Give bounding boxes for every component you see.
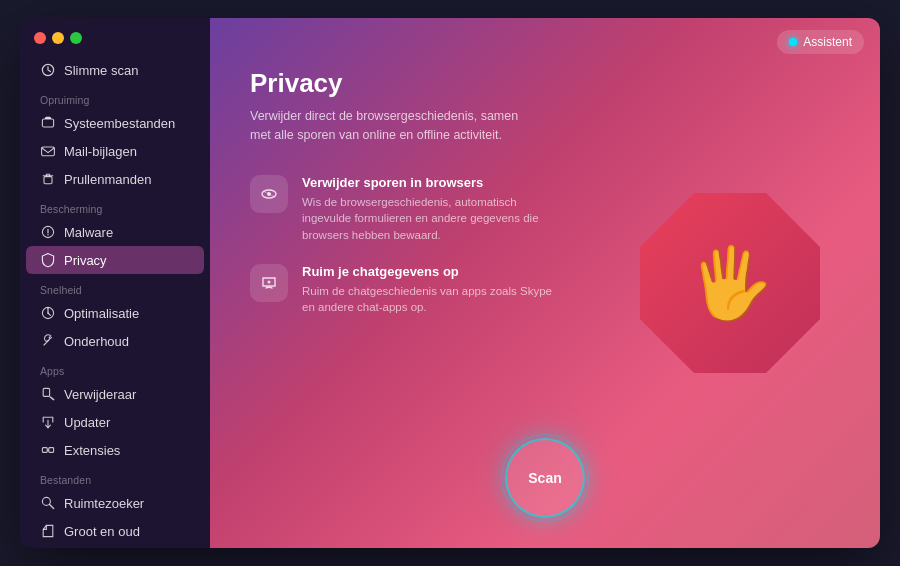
shield-octagon: 🖐 [640,193,820,373]
sidebar-item-shredder[interactable]: Versnipperaar [26,545,204,548]
svg-point-26 [268,280,271,283]
optimization-icon [40,305,56,321]
sidebar-item-updater[interactable]: Updater [26,408,204,436]
trash-label: Prullenmanden [64,172,151,187]
system-files-label: Systeembestanden [64,116,175,131]
svg-rect-10 [43,388,49,396]
sidebar-item-space-finder[interactable]: Ruimtezoeker [26,489,204,517]
page-subtitle: Verwijder direct de browsergeschiedenis,… [250,107,530,145]
malware-label: Malware [64,225,113,240]
feature-browser-traces-desc: Wis de browsergeschiedenis, automatisch … [302,194,562,244]
sidebar-item-system-files[interactable]: Systeembestanden [26,109,204,137]
svg-rect-1 [42,119,53,127]
updater-icon [40,414,56,430]
svg-rect-14 [49,448,54,453]
sidebar-item-uninstaller[interactable]: Verwijderaar [26,380,204,408]
sidebar-item-trash[interactable]: Prullenmanden [26,165,204,193]
minimize-button[interactable] [52,32,64,44]
sidebar-item-malware[interactable]: Malware [26,218,204,246]
svg-rect-2 [42,147,55,156]
sidebar-item-large-old[interactable]: Groot en oud [26,517,204,545]
sidebar-item-maintenance[interactable]: Onderhoud [26,327,204,355]
sidebar-sections: OpruimingSysteembestandenMail-bijlagenPr… [20,84,210,548]
svg-line-25 [263,191,275,197]
sidebar-item-optimization[interactable]: Optimalisatie [26,299,204,327]
smart-scan-icon [40,62,56,78]
updater-label: Updater [64,415,110,430]
extensions-label: Extensies [64,443,120,458]
feature-browser-traces-icon [250,175,288,213]
main-content: Assistent Privacy Verwijder direct de br… [210,18,880,548]
optimization-label: Optimalisatie [64,306,139,321]
svg-line-17 [50,505,54,509]
app-window: Slimme scan OpruimingSysteembestandenMai… [20,18,880,548]
malware-icon [40,224,56,240]
privacy-label: Privacy [64,253,107,268]
mail-attachments-icon [40,143,56,159]
page-title: Privacy [250,68,840,99]
sidebar-item-privacy[interactable]: Privacy [26,246,204,274]
section-label-bescherming: Bescherming [20,193,210,218]
close-button[interactable] [34,32,46,44]
sidebar-item-mail-attachments[interactable]: Mail-bijlagen [26,137,204,165]
space-finder-icon [40,495,56,511]
svg-rect-13 [42,448,47,453]
uninstaller-icon [40,386,56,402]
large-old-icon [40,523,56,539]
sidebar-item-extensions[interactable]: Extensies [26,436,204,464]
extensions-icon [40,442,56,458]
mail-attachments-label: Mail-bijlagen [64,144,137,159]
trash-icon [40,171,56,187]
scan-button[interactable]: Scan [505,438,585,518]
privacy-shield: 🖐 [630,183,830,383]
svg-rect-3 [44,177,52,184]
hand-icon: 🖐 [687,248,774,318]
assistant-badge[interactable]: Assistent [777,30,864,54]
window-controls [20,32,210,56]
assistant-status-dot [789,38,797,46]
maintenance-icon [40,333,56,349]
svg-point-6 [47,234,48,235]
sidebar-item-smart-scan[interactable]: Slimme scan [26,56,204,84]
privacy-icon [40,252,56,268]
svg-line-9 [48,313,50,315]
section-label-apps: Apps [20,355,210,380]
svg-line-11 [50,397,53,399]
maintenance-label: Onderhoud [64,334,129,349]
feature-chat-data-icon [250,264,288,302]
space-finder-label: Ruimtezoeker [64,496,144,511]
large-old-label: Groot en oud [64,524,140,539]
system-files-icon [40,115,56,131]
section-label-bestanden: Bestanden [20,464,210,489]
sidebar: Slimme scan OpruimingSysteembestandenMai… [20,18,210,548]
feature-chat-data-desc: Ruim de chatgeschiedenis van apps zoals … [302,283,562,316]
assistant-label: Assistent [803,35,852,49]
section-label-opruiming: Opruiming [20,84,210,109]
smart-scan-label: Slimme scan [64,63,138,78]
uninstaller-label: Verwijderaar [64,387,136,402]
topbar: Assistent [761,18,880,66]
section-label-snelheid: Snelheid [20,274,210,299]
scan-button-wrap: Scan [505,438,585,518]
maximize-button[interactable] [70,32,82,44]
